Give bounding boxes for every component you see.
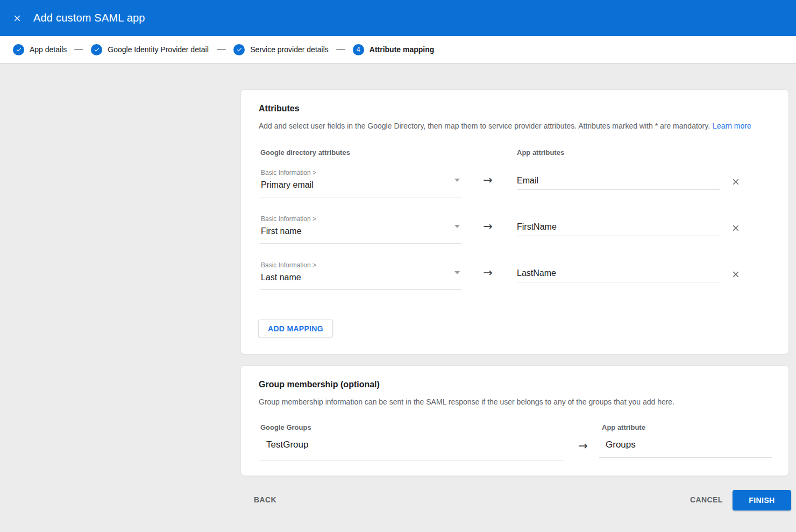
- dropdown-caret-icon[interactable]: [454, 225, 460, 228]
- arrow-right-icon: →: [479, 266, 496, 279]
- group-app-attribute-input[interactable]: [599, 439, 772, 458]
- learn-more-link[interactable]: Learn more: [713, 122, 751, 130]
- directory-category-label: Basic Information >: [261, 261, 316, 269]
- app-attribute-input[interactable]: [517, 268, 720, 282]
- step-label: App details: [30, 45, 67, 54]
- step-app-details[interactable]: App details: [13, 44, 67, 55]
- google-groups-input[interactable]: [259, 439, 564, 460]
- group-membership-card: Group membership (optional) Group member…: [240, 365, 789, 476]
- field-underline: [260, 197, 462, 197]
- delete-mapping-icon[interactable]: [730, 269, 741, 280]
- step-check-icon: [91, 44, 102, 55]
- google-groups-header: Google Groups: [260, 423, 311, 431]
- attributes-card-description: Add and select user fields in the Google…: [259, 122, 751, 130]
- arrow-right-icon: →: [479, 220, 496, 233]
- step-number-badge: 4: [353, 44, 364, 55]
- arrow-right-icon: →: [479, 174, 496, 187]
- attributes-card: Attributes Add and select user fields in…: [240, 89, 789, 354]
- step-attribute-mapping[interactable]: 4 Attribute mapping: [353, 44, 435, 55]
- google-directory-attributes-header: Google directory attributes: [260, 148, 350, 157]
- step-service-provider-details[interactable]: Service provider details: [233, 44, 329, 55]
- delete-mapping-icon[interactable]: [730, 223, 741, 233]
- dropdown-caret-icon[interactable]: [454, 271, 460, 274]
- step-label: Service provider details: [250, 45, 329, 54]
- step-google-idp-details[interactable]: Google Identity Provider details: [91, 44, 209, 55]
- description-text: Add and select user fields in the Google…: [259, 122, 710, 130]
- step-check-icon: [233, 44, 245, 55]
- wizard-stepper: App details Google Identity Provider det…: [0, 36, 796, 63]
- page-title: Add custom SAML app: [33, 12, 145, 24]
- back-button[interactable]: BACK: [254, 495, 276, 504]
- step-label: Attribute mapping: [369, 45, 435, 54]
- mapping-row: Basic Information > Last name →: [241, 261, 788, 294]
- cancel-button[interactable]: CANCEL: [690, 495, 723, 504]
- directory-category-label: Basic Information >: [261, 169, 316, 176]
- directory-attribute-select[interactable]: First name: [261, 226, 302, 236]
- dropdown-caret-icon[interactable]: [454, 179, 460, 182]
- group-card-title: Group membership (optional): [259, 380, 380, 389]
- app-attributes-header: App attributes: [517, 148, 564, 157]
- mapping-row: Basic Information > First name →: [241, 215, 788, 247]
- app-attribute-input[interactable]: [517, 222, 720, 236]
- group-card-description: Group membership information can be sent…: [259, 398, 674, 406]
- finish-button[interactable]: FINISH: [733, 490, 791, 510]
- field-underline: [260, 243, 462, 244]
- step-separator: [217, 49, 226, 50]
- directory-category-label: Basic Information >: [261, 215, 316, 223]
- arrow-right-icon: →: [574, 439, 592, 452]
- attributes-card-title: Attributes: [259, 104, 300, 114]
- step-label: Google Identity Provider details: [108, 45, 209, 54]
- add-mapping-button[interactable]: ADD MAPPING: [258, 320, 333, 337]
- app-attribute-header: App attribute: [602, 423, 645, 431]
- directory-attribute-select[interactable]: Last name: [261, 273, 301, 282]
- dialog-header: Add custom SAML app: [0, 0, 796, 36]
- field-underline: [260, 289, 462, 290]
- delete-mapping-icon[interactable]: [730, 176, 741, 187]
- step-separator: [74, 49, 83, 50]
- directory-attribute-select[interactable]: Primary email: [261, 180, 314, 190]
- app-attribute-input[interactable]: [517, 176, 720, 190]
- mapping-row: Basic Information > Primary email →: [241, 169, 788, 201]
- close-icon[interactable]: [11, 12, 24, 25]
- step-check-icon: [13, 44, 24, 55]
- step-separator: [336, 49, 345, 50]
